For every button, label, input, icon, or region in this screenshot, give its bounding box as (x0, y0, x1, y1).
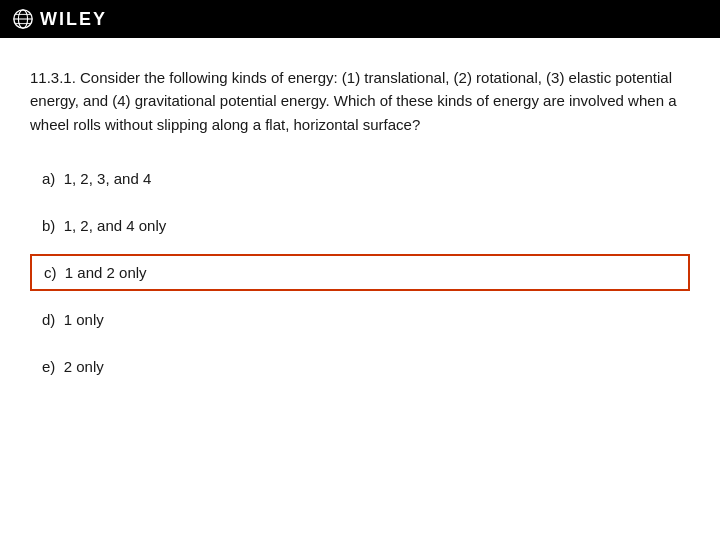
answer-e[interactable]: e) 2 only (30, 348, 690, 385)
answer-e-label: e) (42, 358, 64, 375)
wiley-logo: WILEY (12, 8, 107, 30)
wiley-brand-text: WILEY (40, 9, 107, 30)
answer-d-label: d) (42, 311, 64, 328)
answer-b-label: b) (42, 217, 64, 234)
answer-c[interactable]: c) 1 and 2 only (30, 254, 690, 291)
main-content: 11.3.1. Consider the following kinds of … (0, 38, 720, 405)
answer-a[interactable]: a) 1, 2, 3, and 4 (30, 160, 690, 197)
answer-b[interactable]: b) 1, 2, and 4 only (30, 207, 690, 244)
answer-list: a) 1, 2, 3, and 4 b) 1, 2, and 4 only c)… (30, 160, 690, 385)
answer-c-label: c) (44, 264, 65, 281)
answer-c-text: 1 and 2 only (65, 264, 147, 281)
header: WILEY (0, 0, 720, 38)
answer-d[interactable]: d) 1 only (30, 301, 690, 338)
answer-a-text: 1, 2, 3, and 4 (64, 170, 152, 187)
answer-e-text: 2 only (64, 358, 104, 375)
question-text: 11.3.1. Consider the following kinds of … (30, 66, 690, 136)
answer-d-text: 1 only (64, 311, 104, 328)
answer-a-label: a) (42, 170, 64, 187)
answer-b-text: 1, 2, and 4 only (64, 217, 167, 234)
wiley-globe-icon (12, 8, 34, 30)
